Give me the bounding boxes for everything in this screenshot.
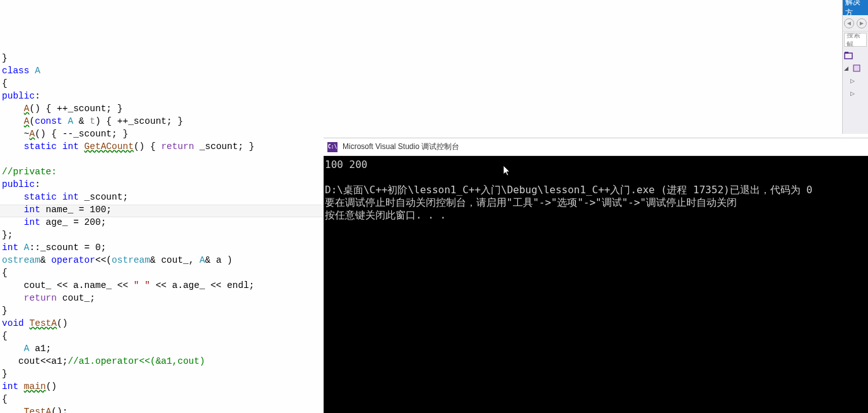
console-titlebar[interactable]: C:\ Microsoft Visual Studio 调试控制台 — [324, 138, 868, 156]
expander-icon[interactable]: ◢ — [844, 65, 850, 71]
console-output[interactable]: 100 200 D:\桌面\C++初阶\lesson1_C++入门\Debug\… — [324, 156, 868, 413]
keyword-public: public — [2, 91, 35, 101]
solution-icon — [844, 51, 853, 60]
svg-rect-2 — [853, 65, 860, 71]
output-line: 按任意键关闭此窗口. . . — [325, 209, 446, 221]
brace: { — [2, 78, 8, 88]
function-name: TestA — [30, 318, 57, 328]
console-title-text: Microsoft Visual Studio 调试控制台 — [343, 141, 459, 152]
search-input[interactable]: 搜索解 — [844, 33, 867, 47]
solution-explorer-panel[interactable]: 解决方 ◄ ► 搜索解 ◢ ▷ ▷ — [842, 0, 868, 134]
debug-console-window[interactable]: C:\ Microsoft Visual Studio 调试控制台 100 20… — [324, 138, 868, 413]
keyword-public: public — [2, 179, 35, 189]
search-placeholder: 搜索解 — [847, 33, 864, 47]
tree-row-item[interactable]: ▷ — [843, 87, 868, 100]
keyword-class: class — [2, 66, 30, 76]
copy-constructor: A — [24, 116, 30, 126]
solution-tree[interactable]: ◢ ▷ ▷ — [843, 48, 868, 101]
panel-header[interactable]: 解决方 — [843, 0, 868, 15]
svg-rect-0 — [845, 53, 852, 59]
svg-rect-1 — [845, 52, 848, 54]
expander-icon[interactable]: ▷ — [850, 90, 857, 97]
expander-icon[interactable]: ▷ — [850, 78, 857, 84]
back-button[interactable]: ◄ — [844, 18, 854, 28]
destructor: A — [30, 129, 35, 139]
output-line: 100 200 — [325, 159, 367, 171]
panel-toolbar: ◄ ► — [843, 15, 868, 32]
constructor: A — [24, 104, 30, 114]
code-text: } — [2, 53, 8, 63]
panel-title: 解决方 — [845, 0, 865, 15]
method-name: GetACount — [85, 141, 134, 152]
forward-button[interactable]: ► — [857, 18, 867, 28]
comment: //a1.operator<<(&a1,cout) — [67, 356, 205, 366]
tree-row-item[interactable]: ▷ — [843, 75, 868, 87]
tree-row-project[interactable]: ◢ — [843, 62, 868, 75]
output-line: D:\桌面\C++初阶\lesson1_C++入门\Debug\lesson1_… — [325, 184, 812, 196]
tree-row-solution[interactable] — [843, 49, 868, 62]
output-line: 要在调试停止时自动关闭控制台，请启用"工具"->"选项"->"调试"->"调试停… — [325, 196, 737, 208]
comment: //private: — [2, 167, 57, 177]
type-name: A — [30, 66, 40, 76]
main-function: main — [24, 381, 46, 392]
vs-logo-icon: C:\ — [327, 142, 337, 152]
project-icon — [852, 64, 861, 73]
